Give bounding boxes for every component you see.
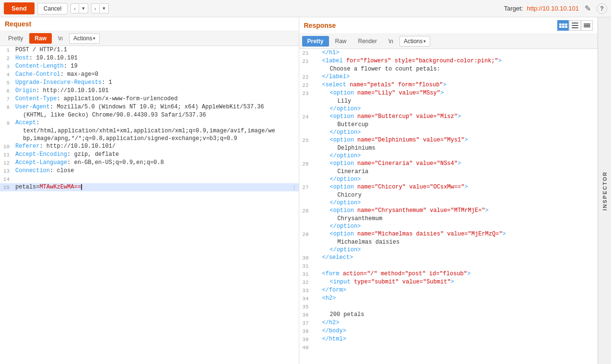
request-line-9c: bp,image/apng,*/*;q=0.8,application/sign… [0,135,299,142]
tab-response-actions[interactable]: Actions ▾ [400,36,430,47]
tab-response-render[interactable]: Render [353,36,382,47]
nav-prev-button[interactable]: ‹ [70,3,79,13]
response-line-31a: 31 [299,262,598,270]
response-line-24: 24 <option name="Buttercup" value="Misz"… [299,113,598,121]
line-options-icon[interactable]: ⋮ [292,184,297,192]
response-line-32: 32 <input type="submit" value="Submit"> [299,278,598,286]
request-line-5: 5 Upgrade-Insecure-Requests: 1 [0,79,299,87]
request-line-9b: text/html,application/xhtml+xml,applicat… [0,127,299,135]
single-icon [584,23,590,27]
response-line-21a: 21 </h1> [299,49,598,57]
response-line-34: 34 <h2> [299,294,598,303]
response-actions-dropdown-icon: ▾ [423,39,426,44]
response-panel-title: Response [304,22,336,29]
response-code-area[interactable]: 21 </h1> 21 <label for="flowers" style="… [299,49,598,364]
tab-request-raw[interactable]: Raw [29,33,52,44]
response-panel: Response [299,17,598,364]
tab-response-raw[interactable]: Raw [330,36,352,47]
split-icon [572,22,578,29]
request-line-4: 4 Cache-Control: max-age=0 [0,70,299,79]
response-line-21c: Choose a flower to count petals: [299,65,598,73]
response-line-38: 38 </body> [299,327,598,335]
view-grid-button[interactable] [557,20,569,31]
nav-next-button[interactable]: › [91,3,100,13]
response-line-33: 33 </form> [299,286,598,294]
response-line-35: 35 [299,303,598,311]
send-button[interactable]: Send [4,2,35,14]
request-line-2: 2 Host: 10.10.10.101 [0,54,299,62]
view-single-button[interactable] [581,20,593,31]
request-line-3: 3 Content-Length: 19 [0,62,299,70]
response-line-28: 28 <option name="Chrysanthemum" value="M… [299,207,598,215]
target-label: Target: [504,5,523,12]
request-line-14: 14 [0,175,299,183]
grid-icon [559,23,567,28]
request-line-9: 9 Accept: [0,119,299,127]
tab-request-pretty[interactable]: Pretty [3,33,28,44]
request-code-area[interactable]: 1 POST / HTTP/1.1 2 Host: 10.10.10.101 3… [0,46,299,364]
response-line-27: 27 <option name="Chicory" value="OCsxMw=… [299,183,598,191]
request-line-11: 11 Accept-Encoding: gzip, deflate [0,151,299,159]
response-line-27c: </option> [299,199,598,207]
response-line-39: 39 </html> [299,335,598,343]
tab-response-ln[interactable]: \n [383,36,399,47]
request-line-15[interactable]: 15 petals=MTAwKzEwMA== ⋮ [0,183,299,191]
response-line-25c: </option> [299,152,598,160]
nav-prev-arrow-button[interactable]: ▾ [79,3,88,13]
request-line-13: 13 Connection: close [0,167,299,175]
request-line-6: 6 Origin: http://10.10.10.101 [0,87,299,95]
response-line-23c: </option> [299,105,598,113]
response-line-26b: Cineraria [299,168,598,176]
response-line-37: 37 </h2> [299,319,598,327]
response-line-24b: Buttercup [299,121,598,129]
request-panel: Request Pretty Raw \n Actions ▾ 1 POST /… [0,17,299,364]
response-line-26: 26 <option name="Cineraria" value="NSs4"… [299,160,598,168]
response-line-31b: 31 <form action="/" method="post" id="fl… [299,270,598,278]
response-line-29c: </option> [299,246,598,254]
response-line-23b: Lily [299,97,598,105]
nav-next-group: › ▾ [91,3,109,13]
tab-request-ln[interactable]: \n [53,33,68,44]
response-line-40: 40 [299,343,598,352]
response-line-29b: Michaelmas daisies [299,238,598,246]
request-panel-title: Request [0,17,299,31]
tab-response-pretty[interactable]: Pretty [302,36,329,47]
help-button[interactable]: ? [597,3,607,14]
edit-target-button[interactable]: ✎ [583,3,593,14]
request-line-7: 7 Content-Type: application/x-www-form-u… [0,95,299,103]
response-line-28b: Chrysanthemum [299,215,598,223]
response-line-25: 25 <option name="Delphiniums" value="Mys… [299,136,598,144]
response-line-21b: 21 <label for="flowers" style="backgroun… [299,57,598,65]
target-url: http://10.10.10.101 [527,5,579,12]
toolbar-left: Send Cancel ‹ ▾ › ▾ [4,2,109,14]
actions-dropdown-icon: ▾ [93,36,95,41]
request-line-8b: (KHTML, like Gecko) Chrome/90.0.4430.93 … [0,111,299,119]
view-split-button[interactable] [569,20,581,31]
request-tab-bar: Pretty Raw \n Actions ▾ [0,31,299,46]
response-line-22b: 22 <select name="petals" form="flosub"> [299,81,598,89]
nav-group: ‹ ▾ [70,3,88,13]
response-line-23: 23 <option name="Lily" value="MSsy"> [299,89,598,97]
inspector-label: INSPECTOR [602,171,608,211]
request-line-1: 1 POST / HTTP/1.1 [0,46,299,54]
response-line-25b: Delphiniums [299,144,598,152]
response-line-29: 29 <option name="Michaelmas daisies" val… [299,230,598,238]
response-line-36: 36 200 petals [299,311,598,319]
request-line-10: 10 Referer: http://10.10.10.101/ [0,142,299,151]
toolbar-right: Target: http://10.10.10.101 ✎ ? [504,3,607,14]
cancel-button[interactable]: Cancel [37,3,68,14]
response-line-26c: </option> [299,176,598,183]
main-container: Request Pretty Raw \n Actions ▾ 1 POST /… [0,17,611,364]
response-line-24c: </option> [299,129,598,136]
nav-next-arrow-button[interactable]: ▾ [100,3,109,13]
response-line-27b: Chicory [299,191,598,199]
tab-request-actions[interactable]: Actions ▾ [69,33,100,44]
response-line-28c: </option> [299,223,598,230]
request-line-12: 12 Accept-Language: en-GB,en-US;q=0.9,en… [0,159,299,167]
response-line-22a: 22 </label> [299,73,598,81]
request-line-8: 8 User-Agent: Mozilla/5.0 (Windows NT 10… [0,103,299,111]
top-toolbar: Send Cancel ‹ ▾ › ▾ Target: http://10.10… [0,0,611,17]
inspector-panel[interactable]: INSPECTOR [598,17,611,364]
response-line-30: 30 </select> [299,254,598,262]
response-view-toggle [557,20,593,31]
